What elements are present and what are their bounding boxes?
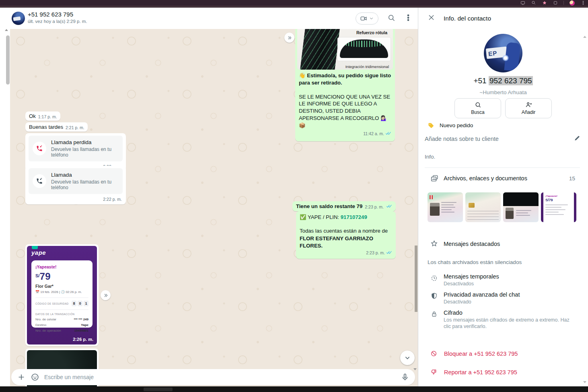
contact-avatar-small[interactable] xyxy=(12,12,25,25)
taskbar-item[interactable] xyxy=(144,388,173,391)
scrollbar-down-arrow[interactable] xyxy=(413,368,417,370)
tx-row-label: Destino xyxy=(35,323,46,327)
button-label: Añadir xyxy=(522,109,536,115)
panel-title: Info. del contacto xyxy=(444,15,491,22)
media-thumbnail-id-back[interactable] xyxy=(465,192,501,222)
yape-receipt-image[interactable]: yape ¡Yapeaste! S/79 Flor Gar* 📅 19 feb.… xyxy=(27,246,97,345)
setting-title: Cifrado xyxy=(444,309,463,316)
star-icon xyxy=(430,239,438,250)
chat-menu-icon[interactable] xyxy=(404,14,412,23)
contact-phone[interactable]: +51 952 623 795 xyxy=(418,76,588,85)
os-taskbar[interactable] xyxy=(0,386,588,392)
notes-placeholder: Añade notas sobre tu cliente xyxy=(425,136,499,142)
edit-pencil-icon[interactable] xyxy=(574,134,581,143)
media-thumbnail-id-front[interactable] xyxy=(428,192,463,222)
message-order: Refuerzo rótula Integración tridimension… xyxy=(295,29,395,141)
panel-scrollbar-up-arrow[interactable] xyxy=(583,36,586,38)
tx-row-value: *** *** 249 xyxy=(74,318,88,321)
setting-subtitle: Desactivados xyxy=(444,281,572,287)
report-contact-row[interactable]: Reportar a +51 952 623 795 xyxy=(418,369,517,375)
chat-scrollbar-thumb[interactable] xyxy=(415,246,417,312)
receipt-tx-label: DATOS DE LA TRANSACCIÓN xyxy=(35,313,88,316)
forward-message-button[interactable] xyxy=(284,33,294,43)
browser-profile-avatar[interactable] xyxy=(569,0,575,6)
browser-titlebar xyxy=(0,0,588,6)
search-icon xyxy=(475,101,481,108)
security-digit: 8 xyxy=(72,301,76,306)
video-call-button[interactable] xyxy=(356,12,378,25)
security-digit: 1 xyxy=(84,301,88,306)
phone-link[interactable]: 917107249 xyxy=(341,214,367,220)
cast-icon[interactable] xyxy=(520,0,525,6)
forward-message-button[interactable] xyxy=(101,290,111,300)
add-contact-button[interactable]: Añadir xyxy=(505,98,552,118)
attach-plus-icon[interactable] xyxy=(17,373,26,382)
archived-chats-note: Los chats archivados están silenciados xyxy=(428,259,522,265)
browser-menu-icon[interactable] xyxy=(580,0,586,6)
message-time: 2:21 p. m. xyxy=(66,125,84,130)
lock-icon xyxy=(430,310,438,320)
media-thumbnail-id-photo[interactable] xyxy=(503,192,539,222)
knee-sleeve-graphic xyxy=(298,29,342,70)
message-text: 👋 Estimado/a, su pedido sigue listo para… xyxy=(299,72,391,87)
security-digit: 0 xyxy=(78,301,82,306)
setting-subtitle: Los mensajes están cifrados de extremo a… xyxy=(444,317,572,330)
chat-title[interactable]: +51 952 623 795 xyxy=(28,11,87,18)
block-label: Bloquear a +51 952 623 795 xyxy=(444,351,518,357)
mini-receipt-title: ¡Yapeaste! xyxy=(545,195,574,197)
close-icon[interactable] xyxy=(428,14,435,23)
emoji-icon[interactable] xyxy=(31,373,39,382)
media-files-count: 15 xyxy=(569,175,575,182)
scrollbar-up-arrow[interactable] xyxy=(5,29,8,31)
message-balance: Tiene un saldo restante 79 2:23 p. m. xyxy=(292,201,396,211)
person-add-icon xyxy=(525,101,532,108)
client-notes-row[interactable]: Añade notas sobre tu cliente xyxy=(425,134,581,143)
read-receipt-icon xyxy=(385,130,391,137)
bookmark-star-icon[interactable] xyxy=(542,0,547,6)
message-yape-info: ✅ YAPE / PLIN: 917107249 Todas las cuent… xyxy=(296,211,396,259)
block-icon xyxy=(430,350,437,357)
media-files-row[interactable]: Archivos, enlaces y documentos 15 xyxy=(418,173,588,185)
chat-search-icon[interactable] xyxy=(387,14,395,23)
scroll-to-bottom-button[interactable] xyxy=(400,351,415,365)
starred-messages-label: Mensajes destacados xyxy=(444,241,500,247)
call-card[interactable]: Llamada perdida Devuelve las llamadas en… xyxy=(29,136,123,161)
call-card[interactable]: Llamada Devuelve las llamadas en tu telé… xyxy=(29,168,123,194)
message-input[interactable] xyxy=(44,374,396,380)
media-thumbnail-receipt[interactable]: ¡Yapeaste! S/79 xyxy=(541,192,576,222)
message-composer[interactable] xyxy=(11,369,415,385)
receipt-title: ¡Yapeaste! xyxy=(35,264,88,269)
thumbs-down-icon xyxy=(430,369,437,375)
order-label-row[interactable]: Nuevo pedido xyxy=(428,122,473,129)
search-in-chat-button[interactable]: Busca xyxy=(454,98,501,118)
message-ok: Ok 1:17 p. m. xyxy=(25,111,60,121)
block-contact-row[interactable]: Bloquear a +51 952 623 795 xyxy=(418,350,518,357)
chat-header[interactable]: +51 952 623 795 últ. vez hoy a la(s) 2:2… xyxy=(10,8,418,29)
product-image[interactable]: Refuerzo rótula Integración tridimension… xyxy=(297,29,393,70)
media-files-label: Archivos, enlaces y documentos xyxy=(444,175,527,182)
report-label: Reportar a +51 952 623 795 xyxy=(444,369,517,375)
missed-call-icon xyxy=(33,142,46,155)
message-text: ✅ YAPE / PLIN: xyxy=(300,214,341,220)
mic-icon[interactable] xyxy=(401,373,409,382)
tx-row-value: 15459801 xyxy=(74,329,88,332)
call-subtitle: Devuelve las llamadas en tu teléfono xyxy=(51,179,119,190)
whatsapp-web-window: +51 952 623 795 últ. vez hoy a la(s) 2:2… xyxy=(0,0,588,392)
toolbar-divider xyxy=(563,1,564,5)
message-text: Ok xyxy=(29,113,36,119)
search-tabs-icon[interactable] xyxy=(531,0,536,6)
scrollbar-thumb[interactable] xyxy=(6,35,10,85)
info-section-label: Info. xyxy=(425,154,435,160)
phone-prefix: +51 xyxy=(473,76,489,85)
contact-avatar-large[interactable]: EP xyxy=(484,34,522,72)
receipt-datetime: 📅 19 feb. 2026 | 🕓 02:26 p. m. xyxy=(35,290,88,294)
message-time: 2:23 p. m. xyxy=(366,250,385,256)
extensions-icon[interactable] xyxy=(553,0,558,6)
panel-scrollbar-down-arrow[interactable] xyxy=(583,381,586,383)
tx-row-label: Nro. de celular xyxy=(35,318,56,321)
read-receipt-icon xyxy=(386,203,392,209)
message-time: 11:42 a. m. xyxy=(363,131,384,136)
detail-inset-box xyxy=(337,37,391,61)
label-tag-icon xyxy=(428,122,434,129)
message-time: 2:23 p. m. xyxy=(365,204,384,209)
